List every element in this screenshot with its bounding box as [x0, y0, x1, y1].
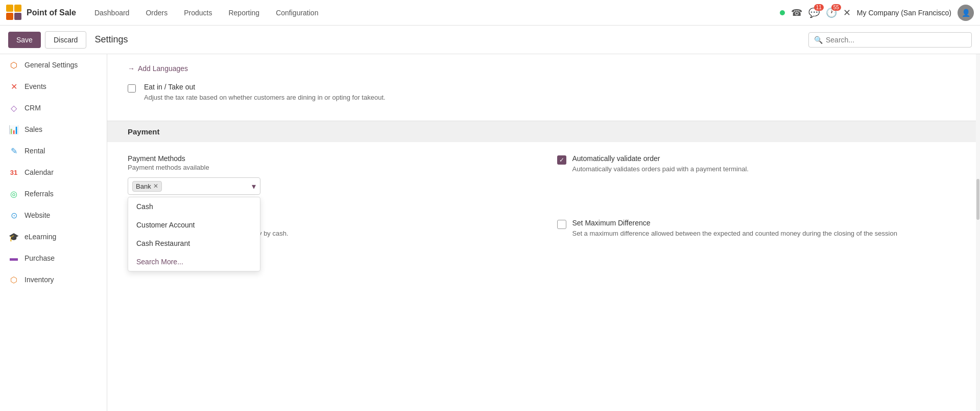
- search-more-link[interactable]: Search More...: [128, 253, 260, 271]
- search-input[interactable]: [826, 36, 966, 44]
- sidebar-item-label: Website: [25, 211, 50, 219]
- set-max-diff-row: Set Maximum Difference Set a maximum dif…: [557, 219, 956, 238]
- sidebar-item-events[interactable]: ✕ Events: [0, 76, 107, 97]
- dropdown-item-customer-account[interactable]: Customer Account: [128, 216, 260, 234]
- top-nav: Point of Sale Dashboard Orders Products …: [0, 0, 980, 26]
- dropdown-item-cash[interactable]: Cash: [128, 197, 260, 216]
- toolbar: Save Discard Settings 🔍: [0, 26, 980, 54]
- svg-rect-3: [14, 13, 21, 20]
- sidebar-item-general-settings[interactable]: ⬡ General Settings: [0, 54, 107, 76]
- sidebar-item-label: CRM: [25, 104, 41, 112]
- cash-rounding-right: Set Maximum Difference Set a maximum dif…: [557, 219, 956, 250]
- auto-validate-label: Automatically validate order: [572, 154, 749, 163]
- company-name[interactable]: My Company (San Francisco): [857, 9, 951, 17]
- auto-validate-checkbox[interactable]: ✓: [557, 155, 566, 165]
- eat-in-takeout-label: Eat in / Take out: [144, 83, 386, 91]
- tag-input-container[interactable]: Bank ✕ ▾: [128, 177, 260, 195]
- dropdown-item-cash-restaurant[interactable]: Cash Restaurant: [128, 234, 260, 253]
- auto-validate-info: Automatically validate order Automatical…: [572, 154, 749, 174]
- events-icon: ✕: [8, 81, 19, 92]
- sidebar-item-crm[interactable]: ◇ CRM: [0, 97, 107, 119]
- sidebar-item-label: Calendar: [25, 168, 54, 176]
- sidebar-item-sales[interactable]: 📊 Sales: [0, 119, 107, 140]
- nav-reporting[interactable]: Reporting: [222, 7, 266, 19]
- sidebar-item-label: General Settings: [25, 61, 78, 69]
- sidebar-item-label: eLearning: [25, 233, 56, 241]
- rental-icon: ✎: [8, 145, 19, 156]
- eat-in-takeout-info: Eat in / Take out Adjust the tax rate ba…: [144, 83, 386, 102]
- eat-in-takeout-checkbox[interactable]: [128, 84, 136, 93]
- calendar-icon: 31: [8, 167, 19, 178]
- set-max-diff-info: Set Maximum Difference Set a maximum dif…: [572, 219, 897, 238]
- status-dot: [780, 10, 785, 15]
- payment-section-header: Payment: [107, 121, 976, 142]
- brand-icon: [6, 5, 22, 21]
- bank-tag: Bank ✕: [132, 181, 162, 192]
- sidebar-item-label: Inventory: [25, 276, 54, 284]
- eat-in-takeout-desc: Adjust the tax rate based on whether cus…: [144, 93, 386, 102]
- sidebar-item-website[interactable]: ⊙ Website: [0, 204, 107, 226]
- svg-rect-2: [6, 13, 13, 20]
- messages-icon-btn[interactable]: 💬 11: [808, 7, 820, 18]
- nav-orders[interactable]: Orders: [139, 7, 174, 19]
- nav-configuration[interactable]: Configuration: [270, 7, 324, 19]
- messages-badge: 11: [814, 4, 824, 11]
- bank-tag-close[interactable]: ✕: [153, 182, 158, 190]
- search-icon: 🔍: [814, 36, 823, 44]
- brand-label: Point of Sale: [27, 8, 76, 17]
- sidebar-item-calendar[interactable]: 31 Calendar: [0, 162, 107, 183]
- general-settings-icon: ⬡: [8, 59, 19, 71]
- bank-tag-label: Bank: [136, 182, 151, 190]
- sidebar-item-referrals[interactable]: ◎ Referrals: [0, 183, 107, 204]
- page-title: Settings: [94, 34, 128, 45]
- scrollbar[interactable]: [976, 54, 980, 411]
- discard-button[interactable]: Discard: [45, 31, 86, 49]
- payment-left: Payment Methods Payment methods availabl…: [128, 154, 527, 207]
- dropdown-arrow-icon[interactable]: ▾: [252, 181, 256, 191]
- sidebar-item-elearning[interactable]: 🎓 eLearning: [0, 226, 107, 247]
- search-box[interactable]: 🔍: [808, 32, 972, 48]
- set-max-diff-checkbox[interactable]: [557, 220, 566, 229]
- clock-badge: 55: [831, 4, 841, 11]
- phone-icon-btn[interactable]: ☎: [791, 7, 802, 18]
- close-icon-btn[interactable]: ✕: [843, 7, 851, 18]
- payment-methods-label: Payment Methods: [128, 154, 527, 163]
- inventory-icon: ⬡: [8, 274, 19, 285]
- payment-methods-dropdown-wrapper: Bank ✕ ▾ Cash Customer Account Cash Rest…: [128, 177, 527, 195]
- nav-icons: ☎ 💬 11 🕐 55 ✕ My Company (San Francisco)…: [780, 5, 974, 21]
- payment-right: ✓ Automatically validate order Automatic…: [557, 154, 956, 207]
- avatar[interactable]: 👤: [958, 5, 974, 21]
- payment-methods-input[interactable]: [164, 182, 252, 190]
- nav-products[interactable]: Products: [178, 7, 218, 19]
- sidebar-item-label: Events: [25, 82, 46, 90]
- auto-validate-desc: Automatically validates orders paid with…: [572, 165, 749, 174]
- set-max-diff-label: Set Maximum Difference: [572, 219, 897, 227]
- purchase-icon: ▬: [8, 253, 19, 264]
- elearning-icon: 🎓: [8, 231, 19, 242]
- payment-content: Payment Methods Payment methods availabl…: [107, 142, 976, 219]
- payment-title: Payment: [128, 127, 160, 136]
- top-settings-section: → Add Languages Eat in / Take out Adjust…: [107, 54, 976, 121]
- payment-dropdown-menu: Cash Customer Account Cash Restaurant Se…: [128, 197, 260, 271]
- content-area: → Add Languages Eat in / Take out Adjust…: [107, 54, 976, 411]
- sidebar-item-rental[interactable]: ✎ Rental: [0, 140, 107, 162]
- set-max-diff-desc: Set a maximum difference allowed between…: [572, 229, 897, 238]
- brand[interactable]: Point of Sale: [6, 5, 76, 21]
- save-button[interactable]: Save: [8, 32, 41, 48]
- svg-rect-1: [14, 5, 21, 12]
- scrollbar-thumb[interactable]: [976, 179, 979, 220]
- sales-icon: 📊: [8, 124, 19, 135]
- main-layout: ⬡ General Settings ✕ Events ◇ CRM 📊 Sale…: [0, 54, 980, 411]
- svg-rect-0: [6, 5, 13, 12]
- nav-dashboard[interactable]: Dashboard: [88, 7, 136, 19]
- add-languages-link[interactable]: → Add Languages: [128, 64, 955, 73]
- sidebar-item-label: Sales: [25, 125, 42, 133]
- crm-icon: ◇: [8, 102, 19, 113]
- sidebar-item-label: Rental: [25, 147, 45, 155]
- auto-validate-row: ✓ Automatically validate order Automatic…: [557, 154, 956, 174]
- sidebar-item-inventory[interactable]: ⬡ Inventory: [0, 269, 107, 290]
- payment-methods-desc: Payment methods available: [128, 164, 527, 171]
- eat-in-takeout-row: Eat in / Take out Adjust the tax rate ba…: [128, 83, 955, 102]
- sidebar-item-purchase[interactable]: ▬ Purchase: [0, 247, 107, 269]
- clock-icon-btn[interactable]: 🕐 55: [826, 7, 837, 18]
